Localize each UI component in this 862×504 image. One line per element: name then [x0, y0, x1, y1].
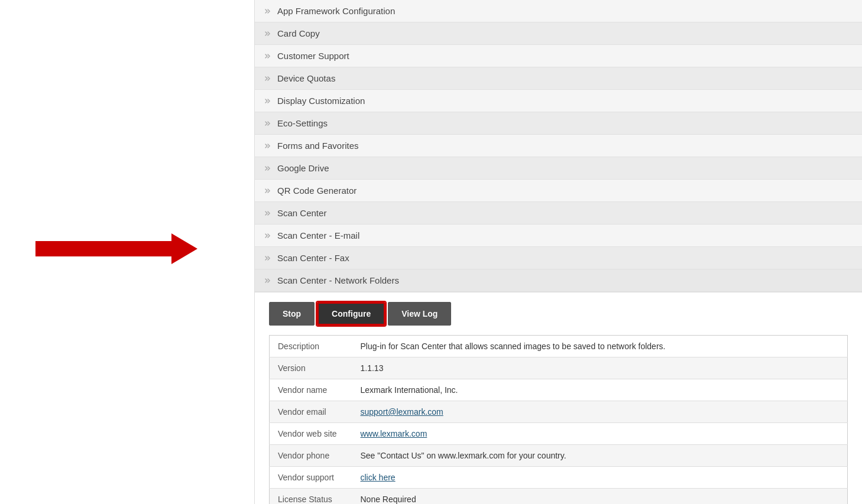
menu-item-device-quotas[interactable]: Device Quotas	[255, 67, 862, 90]
menu-item-label: Scan Center - Fax	[277, 253, 349, 263]
info-row: Vendor supportclick here	[270, 467, 848, 489]
info-value: See "Contact Us" on www.lexmark.com for …	[352, 445, 848, 467]
menu-item-label: Device Quotas	[277, 73, 335, 83]
view-log-button[interactable]: View Log	[388, 302, 451, 326]
left-panel	[0, 0, 254, 504]
info-link[interactable]: support@lexmark.com	[361, 407, 443, 417]
expand-icon	[264, 209, 273, 217]
info-label: Version	[270, 357, 352, 379]
expand-icon	[264, 142, 273, 150]
menu-item-label: Display Customization	[277, 96, 365, 106]
expanded-section: Stop Configure View Log DescriptionPlug-…	[255, 292, 862, 504]
info-label: Vendor support	[270, 467, 352, 489]
menu-item-forms-favorites[interactable]: Forms and Favorites	[255, 135, 862, 157]
info-value[interactable]: www.lexmark.com	[352, 423, 848, 445]
menu-item-label: App Framework Configuration	[277, 6, 395, 16]
info-value[interactable]: click here	[352, 467, 848, 489]
info-link[interactable]: click here	[361, 473, 396, 482]
menu-item-scan-center-email[interactable]: Scan Center - E-mail	[255, 225, 862, 247]
info-value: Plug-in for Scan Center that allows scan…	[352, 336, 848, 357]
info-row: Vendor emailsupport@lexmark.com	[270, 401, 848, 423]
info-value: None Required	[352, 489, 848, 505]
menu-item-label: QR Code Generator	[277, 186, 357, 196]
info-value: 1.1.13	[352, 357, 848, 379]
info-value[interactable]: support@lexmark.com	[352, 401, 848, 423]
expand-icon	[264, 97, 273, 105]
info-row: Vendor phoneSee "Contact Us" on www.lexm…	[270, 445, 848, 467]
expand-icon	[264, 164, 273, 173]
info-label: Vendor name	[270, 379, 352, 401]
menu-item-label: Card Copy	[277, 28, 320, 38]
stop-button[interactable]: Stop	[269, 302, 315, 326]
menu-item-label: Scan Center	[277, 208, 326, 218]
menu-item-label: Customer Support	[277, 51, 349, 61]
info-row: License StatusNone Required	[270, 489, 848, 505]
info-link[interactable]: www.lexmark.com	[361, 429, 427, 438]
expand-icon	[264, 52, 273, 60]
menu-item-scan-center-network[interactable]: Scan Center - Network Folders	[255, 269, 862, 292]
menu-item-scan-center-fax[interactable]: Scan Center - Fax	[255, 247, 862, 269]
info-row: DescriptionPlug-in for Scan Center that …	[270, 336, 848, 357]
info-table: DescriptionPlug-in for Scan Center that …	[269, 335, 848, 504]
info-label: License Status	[270, 489, 352, 505]
menu-item-label: Scan Center - E-mail	[277, 230, 359, 240]
expand-icon	[264, 7, 273, 15]
configure-button[interactable]: Configure	[317, 302, 385, 326]
menu-item-label: Eco-Settings	[277, 118, 328, 128]
info-value: Lexmark International, Inc.	[352, 379, 848, 401]
info-row: Vendor nameLexmark International, Inc.	[270, 379, 848, 401]
menu-item-display-customization[interactable]: Display Customization	[255, 90, 862, 112]
expand-icon	[264, 30, 273, 38]
info-label: Description	[270, 336, 352, 357]
expand-icon	[264, 187, 273, 195]
expand-icon	[264, 74, 273, 83]
arrow-indicator	[35, 233, 197, 264]
expand-icon	[264, 232, 273, 240]
info-row: Vendor web sitewww.lexmark.com	[270, 423, 848, 445]
info-label: Vendor email	[270, 401, 352, 423]
menu-item-qr-code-generator[interactable]: QR Code Generator	[255, 180, 862, 202]
info-label: Vendor web site	[270, 423, 352, 445]
info-label: Vendor phone	[270, 445, 352, 467]
menu-item-label: Google Drive	[277, 163, 329, 173]
menu-item-customer-support[interactable]: Customer Support	[255, 45, 862, 67]
menu-item-app-framework[interactable]: App Framework Configuration	[255, 0, 862, 22]
right-panel: App Framework Configuration Card Copy Cu…	[254, 0, 862, 504]
menu-list: App Framework Configuration Card Copy Cu…	[255, 0, 862, 292]
expand-icon	[264, 277, 273, 285]
expand-icon	[264, 119, 273, 128]
menu-item-google-drive[interactable]: Google Drive	[255, 157, 862, 180]
menu-item-scan-center[interactable]: Scan Center	[255, 202, 862, 225]
arrow-head	[171, 233, 197, 264]
arrow-body	[35, 241, 171, 256]
expand-icon	[264, 254, 273, 262]
menu-item-card-copy[interactable]: Card Copy	[255, 22, 862, 45]
info-row: Version1.1.13	[270, 357, 848, 379]
menu-item-eco-settings[interactable]: Eco-Settings	[255, 112, 862, 135]
menu-item-label: Forms and Favorites	[277, 141, 359, 151]
buttons-row: Stop Configure View Log	[255, 292, 862, 335]
menu-item-label: Scan Center - Network Folders	[277, 275, 399, 285]
